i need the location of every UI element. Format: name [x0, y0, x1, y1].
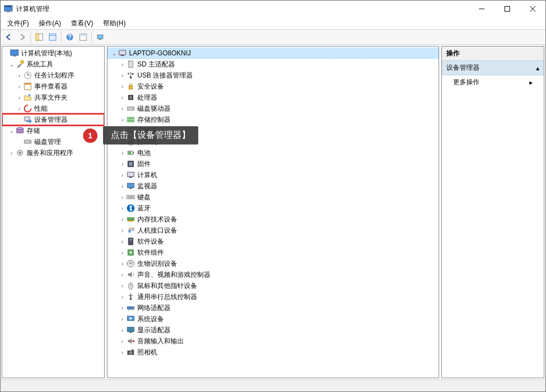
svg-rect-63 [127, 183, 134, 188]
device-category-label: 蓝牙 [137, 204, 151, 213]
tree-root-computer-management[interactable]: ▸ 计算机管理(本地) [2, 48, 104, 59]
actions-section[interactable]: 设备管理器 ▴ [442, 61, 544, 75]
window-title: 计算机管理 [16, 4, 469, 14]
toolbar-button-6[interactable] [94, 31, 106, 43]
tree-event-viewer[interactable]: › 事件查看器 [2, 81, 104, 92]
device-category-display[interactable]: ›显示适配器 [107, 324, 439, 336]
tree-services-apps[interactable]: › 服务和应用程序 [2, 147, 104, 158]
device-category-component[interactable]: ›软件组件 [107, 247, 439, 258]
tree-shared-folders[interactable]: › 共享文件夹 [2, 92, 104, 103]
security-icon [126, 82, 135, 91]
display-icon [126, 326, 135, 334]
device-category-sensor[interactable]: ›传感器 [107, 125, 439, 136]
bluetooth-icon [126, 204, 135, 213]
svg-rect-24 [24, 83, 31, 85]
device-category-label: 安全设备 [137, 82, 164, 91]
hid-icon [126, 226, 135, 235]
svg-rect-50 [127, 120, 134, 122]
device-category-battery[interactable]: ›电池 [107, 147, 439, 158]
back-button[interactable] [3, 31, 15, 43]
device-category-label: 人机接口设备 [137, 226, 177, 235]
device-category-system[interactable]: ›系统设备 [107, 313, 439, 324]
tree-label: 系统工具 [27, 60, 53, 69]
tree-task-scheduler[interactable]: › 任务计划程序 [2, 70, 104, 81]
device-category-usb-controller[interactable]: ›通用串行总线控制器 [107, 291, 439, 302]
tree-performance[interactable]: › 性能 [2, 103, 104, 114]
device-category-biometric[interactable]: ›生物识别设备 [107, 258, 439, 269]
tree-label: 磁盘管理 [34, 137, 61, 147]
device-category-cpu[interactable]: ›处理器 [107, 92, 439, 103]
minimize-button[interactable] [469, 1, 495, 17]
menu-action[interactable]: 操作(A) [34, 18, 65, 29]
device-category-keyboard[interactable]: ›键盘 [107, 192, 439, 203]
more-actions[interactable]: 更多操作 ▸ [442, 75, 544, 89]
device-category-mouse[interactable]: ›鼠标和其他指针设备 [107, 280, 439, 291]
tree-storage[interactable]: ⌄ 存储 [2, 125, 104, 136]
forward-button[interactable] [16, 31, 28, 43]
svg-text:?: ? [68, 33, 71, 41]
device-category-storage-ctrl[interactable]: ›存储控制器 [107, 114, 439, 125]
device-category-audio-io[interactable]: ›音频输入和输出 [107, 336, 439, 347]
svg-point-42 [128, 73, 130, 75]
device-category-monitor[interactable]: ›监视器 [107, 180, 439, 192]
device-category-label: 网络适配器 [137, 303, 171, 313]
device-category-network[interactable]: ›网络适配器 [107, 302, 439, 313]
toolbar-button-5[interactable] [77, 31, 89, 43]
device-category-label: USB 连接器管理器 [137, 71, 193, 80]
usb-icon [126, 71, 135, 80]
menu-view[interactable]: 查看(V) [66, 18, 97, 29]
device-tree[interactable]: ⌄LAPTOP-GO8OKNIJ›SD 主适配器›USB 连接器管理器›安全设备… [107, 46, 439, 378]
tree-disk-management[interactable]: › 磁盘管理 [2, 136, 104, 147]
menu-help[interactable]: 帮助(H) [99, 18, 130, 29]
device-category-hid[interactable]: ›人机接口设备 [107, 225, 439, 236]
device-category-security[interactable]: ›安全设备 [107, 81, 439, 92]
device-category-printer[interactable]: ›打印机 [107, 136, 439, 147]
tree-label: 性能 [34, 104, 48, 114]
svg-point-77 [130, 251, 132, 254]
console-tree[interactable]: ▸ 计算机管理(本地) ⌄ 系统工具 › 任务计划程序 › 事件 [2, 46, 105, 378]
device-category-bluetooth[interactable]: ›蓝牙 [107, 203, 439, 214]
menubar: 文件(F) 操作(A) 查看(V) 帮助(H) [1, 17, 545, 29]
svg-point-25 [28, 94, 30, 96]
help-button[interactable]: ? [64, 31, 76, 43]
svg-rect-16 [99, 39, 101, 40]
component-icon [126, 248, 135, 257]
device-category-firmware[interactable]: ›固件 [107, 158, 439, 169]
svg-rect-74 [128, 238, 133, 245]
close-button[interactable] [520, 1, 545, 17]
svg-rect-75 [130, 239, 132, 240]
device-category-computer[interactable]: ›计算机 [107, 169, 439, 180]
device-category-label: SD 主适配器 [137, 60, 175, 69]
svg-point-31 [17, 127, 23, 130]
usb-controller-icon [126, 292, 135, 301]
maximize-button[interactable] [495, 1, 520, 17]
device-category-usb[interactable]: ›USB 连接器管理器 [107, 70, 439, 81]
svg-rect-73 [131, 228, 134, 230]
tree-device-manager[interactable]: › 设备管理器 [2, 114, 104, 125]
device-category-memory[interactable]: ›内存技术设备 [107, 214, 439, 225]
svg-rect-2 [7, 11, 10, 12]
device-category-software[interactable]: ›软件设备 [107, 236, 439, 247]
tree-system-tools[interactable]: ⌄ 系统工具 [2, 59, 104, 70]
svg-rect-28 [26, 121, 28, 122]
toolbar: ? [1, 29, 545, 45]
device-category-camera[interactable]: ›照相机 [107, 347, 439, 358]
svg-point-19 [20, 60, 24, 64]
device-category-label: 计算机 [137, 171, 157, 180]
svg-rect-70 [128, 220, 133, 221]
svg-rect-36 [119, 50, 126, 55]
device-root[interactable]: ⌄LAPTOP-GO8OKNIJ [107, 48, 439, 59]
svg-rect-49 [127, 117, 134, 119]
event-icon [23, 82, 32, 91]
device-category-sd[interactable]: ›SD 主适配器 [107, 59, 439, 70]
device-category-disk-drive[interactable]: ›磁盘驱动器 [107, 103, 439, 114]
show-hide-tree-button[interactable] [33, 31, 45, 43]
properties-button[interactable] [47, 31, 59, 43]
device-category-label: 传感器 [137, 126, 157, 136]
device-category-audio[interactable]: ›声音、视频和游戏控制器 [107, 269, 439, 280]
svg-rect-8 [36, 34, 39, 40]
menu-file[interactable]: 文件(F) [3, 18, 33, 29]
svg-rect-53 [128, 141, 133, 143]
app-icon [4, 4, 13, 13]
tree-label: 服务和应用程序 [27, 148, 73, 158]
